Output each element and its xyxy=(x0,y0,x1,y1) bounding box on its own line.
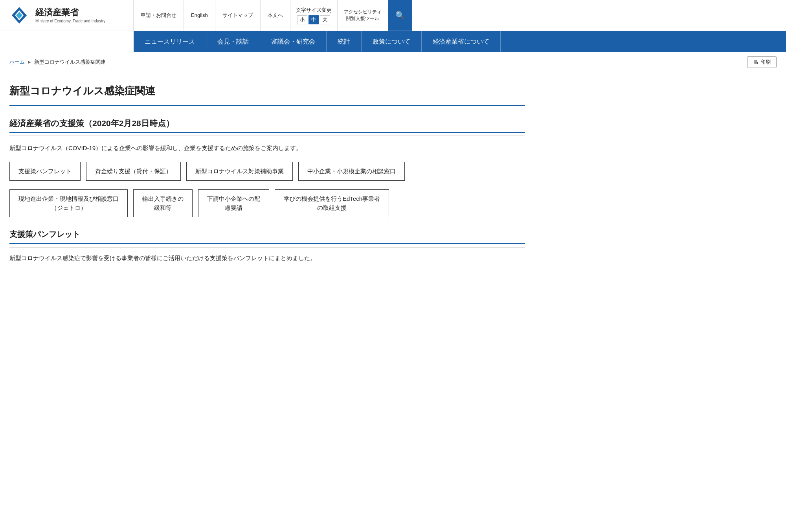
export-btn[interactable]: 輸出入手続きの 緩和等 xyxy=(133,189,193,217)
accessibility-label: アクセシビリティ 閲覧支援ツール xyxy=(344,9,382,22)
font-medium-button[interactable]: 中 xyxy=(309,15,319,24)
logo-japanese: 経済産業省 xyxy=(35,7,105,18)
inquiry-link[interactable]: 申請・お問合せ xyxy=(134,0,184,31)
section1-description: 新型コロナウイルス（COVID-19）による企業への影響を緩和し、企業を支援する… xyxy=(9,143,525,153)
sitemap-link[interactable]: サイトマップ xyxy=(215,0,261,31)
subsidy-btn[interactable]: 新型コロナウイルス対策補助事業 xyxy=(186,162,293,181)
nav-stats[interactable]: 統計 xyxy=(327,31,362,52)
edtech-btn[interactable]: 学びの機会提供を行うEdTech事業者 の取組支援 xyxy=(275,189,389,217)
pamphlet-btn[interactable]: 支援策パンフレット xyxy=(9,162,81,181)
breadcrumb-bar: ホーム ► 新型コロナウイルス感染症関連 🖶 印刷 xyxy=(0,52,786,72)
meti-logo-icon xyxy=(8,4,31,27)
print-label: 印刷 xyxy=(760,59,771,66)
main-nav: ニュースリリース 会見・談話 審議会・研究会 統計 政策について 経済産業省につ… xyxy=(134,31,786,52)
jetro-btn[interactable]: 現地進出企業・現地情報及び相談窓口 （ジェトロ） xyxy=(9,189,128,217)
section1-divider xyxy=(9,136,525,136)
font-large-button[interactable]: 大 xyxy=(320,15,330,24)
font-size-buttons: 小 中 大 xyxy=(297,15,330,24)
top-bar: 経済産業省 Ministry of Economy, Trade and Ind… xyxy=(0,0,786,31)
breadcrumb-arrow-icon: ► xyxy=(27,59,32,65)
page-content: 新型コロナウイルス感染症関連 経済産業省の支援策（2020年2月28日時点） 新… xyxy=(0,72,534,279)
search-button[interactable]: 🔍 xyxy=(388,0,412,31)
page-title: 新型コロナウイルス感染症関連 xyxy=(9,80,525,106)
quick-links-row2: 現地進出企業・現地情報及び相談窓口 （ジェトロ） 輸出入手続きの 緩和等 下請中… xyxy=(9,189,525,217)
font-size-label: 文字サイズ変更 xyxy=(296,7,332,14)
nav-about[interactable]: 経済産業省について xyxy=(422,31,501,52)
nav-council[interactable]: 審議会・研究会 xyxy=(260,31,327,52)
nav-policy[interactable]: 政策について xyxy=(362,31,422,52)
accessibility-link[interactable]: アクセシビリティ 閲覧支援ツール xyxy=(338,0,388,31)
section1-title: 経済産業省の支援策（2020年2月28日時点） xyxy=(9,118,525,133)
breadcrumb: ホーム ► 新型コロナウイルス感染症関連 xyxy=(9,59,106,66)
finance-btn[interactable]: 資金繰り支援（貸付・保証） xyxy=(86,162,181,181)
print-icon: 🖶 xyxy=(753,59,758,65)
section2-title: 支援策パンフレット xyxy=(9,229,525,244)
consultation-btn[interactable]: 中小企業・小規模企業の相談窓口 xyxy=(298,162,405,181)
font-small-button[interactable]: 小 xyxy=(297,15,307,24)
font-size-control: 文字サイズ変更 小 中 大 xyxy=(290,0,338,31)
section2-description: 新型コロナウイルス感染症で影響を受ける事業者の皆様にご活用いただける支援策をパン… xyxy=(9,253,525,263)
english-link[interactable]: English xyxy=(184,0,215,31)
subcontract-btn[interactable]: 下請中小企業への配 慮要請 xyxy=(198,189,269,217)
breadcrumb-home[interactable]: ホーム xyxy=(9,59,25,66)
maincontent-link[interactable]: 本文へ xyxy=(261,0,290,31)
nav-news[interactable]: ニュースリリース xyxy=(134,31,206,52)
quick-links-row1: 支援策パンフレット 資金繰り支援（貸付・保証） 新型コロナウイルス対策補助事業 … xyxy=(9,162,525,181)
print-button[interactable]: 🖶 印刷 xyxy=(747,56,777,68)
section2-divider xyxy=(9,247,525,248)
logo-text-area: 経済産業省 Ministry of Economy, Trade and Ind… xyxy=(35,7,105,23)
breadcrumb-current: 新型コロナウイルス感染症関連 xyxy=(34,59,106,66)
search-icon: 🔍 xyxy=(395,11,405,20)
logo-area: 経済産業省 Ministry of Economy, Trade and Ind… xyxy=(0,0,134,31)
utility-links-bar: 申請・お問合せ English サイトマップ 本文へ 文字サイズ変更 小 中 大… xyxy=(134,0,786,31)
nav-press[interactable]: 会見・談話 xyxy=(206,31,260,52)
logo-english: Ministry of Economy, Trade and Industry xyxy=(35,19,105,23)
